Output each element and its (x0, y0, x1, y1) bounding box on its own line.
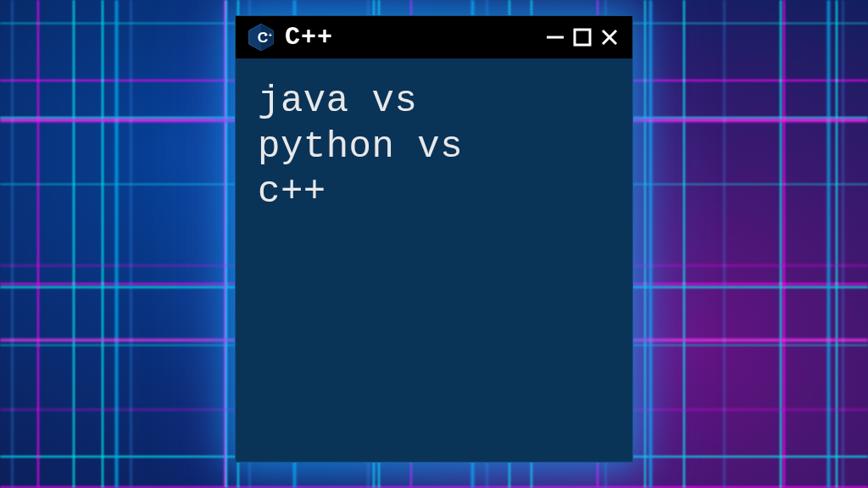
terminal-content: java vs python vs c++ (236, 58, 632, 236)
minimize-button[interactable] (544, 26, 566, 48)
window-controls (544, 26, 620, 48)
window-title: C++ (285, 23, 536, 52)
content-line-2: python vs (258, 125, 610, 170)
terminal-window: C + + C++ java vs python vs c++ (235, 15, 633, 463)
svg-text:+: + (269, 32, 272, 38)
content-line-3: c++ (258, 169, 610, 215)
cpp-icon: C + + (246, 22, 276, 53)
maximize-button[interactable] (571, 26, 593, 48)
svg-rect-6 (575, 30, 590, 45)
svg-text:+: + (264, 32, 268, 38)
content-line-1: java vs (258, 79, 610, 125)
close-button[interactable] (598, 26, 620, 48)
titlebar[interactable]: C + + C++ (236, 16, 632, 58)
